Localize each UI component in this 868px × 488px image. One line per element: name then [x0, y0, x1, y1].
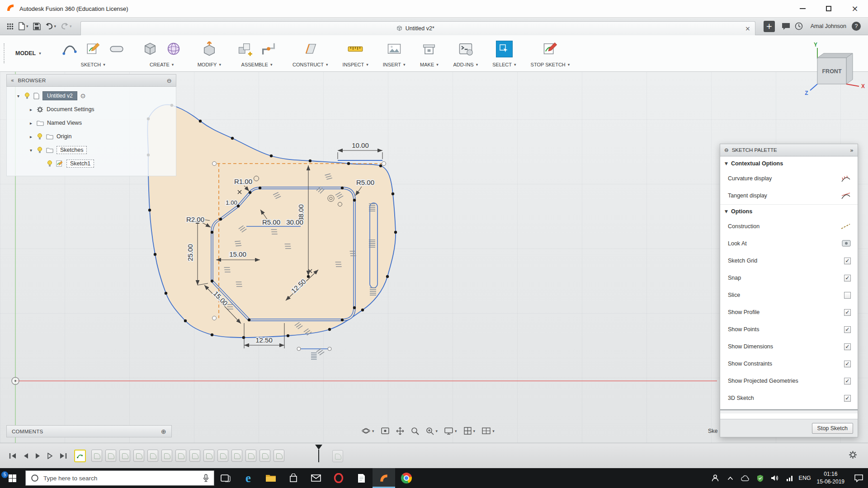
timeline-feature-icon[interactable]	[274, 450, 284, 462]
sketch-spline-tool[interactable]	[60, 39, 79, 58]
palette-row-show-constraints[interactable]: Show Constraints ✓	[720, 355, 858, 372]
taskbar-chrome[interactable]	[395, 468, 418, 488]
palette-row-3d-sketch[interactable]: 3D Sketch ✓	[720, 389, 858, 407]
comments-button[interactable]	[779, 19, 793, 33]
browser-header[interactable]: « BROWSER ⊖	[6, 74, 176, 87]
palette-row-look-at[interactable]: Look At	[720, 235, 858, 252]
make-3dprint-tool[interactable]	[420, 39, 439, 58]
activate-radio-icon[interactable]: ⊙	[80, 92, 86, 99]
ribbon-group-label[interactable]: ADD-INS▾	[453, 62, 478, 67]
fit-button[interactable]: ▾	[426, 427, 438, 435]
timeline-feature-icon[interactable]	[203, 450, 214, 462]
show-points-checkbox[interactable]: ✓	[844, 326, 851, 333]
dimension-label[interactable]: R2.00	[186, 216, 204, 223]
3d-sketch-checkbox[interactable]: ✓	[844, 395, 851, 402]
skip-to-start-button[interactable]	[9, 453, 17, 459]
display-settings-button[interactable]: ▾	[444, 427, 457, 435]
add-comment-icon[interactable]: ⊕	[161, 428, 166, 435]
people-button[interactable]	[708, 468, 723, 488]
tree-expand-icon[interactable]: ▸	[28, 107, 33, 112]
show-profile-checkbox[interactable]: ✓	[844, 309, 851, 316]
tray-cloud-button[interactable]	[738, 468, 753, 488]
construction-endpoint[interactable]	[212, 162, 217, 166]
taskbar-search-box[interactable]: Type here to search	[25, 470, 214, 486]
collapse-panel-icon[interactable]: «	[11, 77, 14, 84]
press-pull-tool[interactable]	[200, 39, 219, 58]
visibility-bulb-icon[interactable]	[37, 133, 43, 140]
browser-row-doc-settings[interactable]: ▸ Document Settings	[7, 103, 176, 116]
browser-row-sketch1[interactable]: Sketch1	[7, 157, 176, 170]
minimize-panel-icon[interactable]: ⊖	[167, 77, 172, 84]
look-at-icon[interactable]	[842, 240, 851, 247]
addins-scripts-tool[interactable]	[456, 39, 475, 58]
maximize-button[interactable]	[816, 0, 842, 17]
close-button[interactable]: ×	[842, 0, 868, 17]
create-box-tool[interactable]	[141, 39, 160, 58]
redo-button[interactable]: ▾	[58, 19, 74, 33]
palette-expand-icon[interactable]: »	[850, 147, 854, 154]
taskbar-notepad[interactable]	[350, 468, 373, 488]
select-tool[interactable]	[496, 41, 513, 57]
ribbon-group-label[interactable]: CONSTRUCT▾	[292, 62, 328, 67]
sketch-endpoint[interactable]	[328, 347, 331, 351]
ribbon-group-label[interactable]: INSPECT▾	[343, 62, 368, 67]
timeline-feature-icon[interactable]	[91, 450, 102, 462]
save-button[interactable]	[31, 19, 43, 33]
create-sketch-tool[interactable]	[84, 39, 103, 58]
visibility-bulb-icon[interactable]	[47, 160, 53, 167]
ribbon-group-label[interactable]: CREATE▾	[150, 62, 174, 67]
timeline-feature-icon-rolled-back[interactable]	[332, 450, 343, 462]
view-cube[interactable]: FRONT Y X Z	[801, 42, 868, 99]
dimension-label[interactable]: R5.00	[262, 218, 280, 226]
palette-row-slice[interactable]: Slice ✓	[720, 286, 858, 304]
grid-snap-button[interactable]: ▾	[464, 427, 476, 435]
slot-tool[interactable]	[107, 39, 126, 58]
palette-row-show-projected[interactable]: Show Projected Geometries ✓	[720, 372, 858, 389]
language-indicator[interactable]: ENG	[797, 468, 812, 488]
timeline-active-sketch-feature[interactable]	[74, 450, 86, 462]
timeline-feature-icon[interactable]	[231, 450, 242, 462]
dimension-label[interactable]: R1.00	[234, 178, 252, 185]
viewcube-face-label[interactable]: FRONT	[822, 68, 841, 75]
palette-row-sketch-grid[interactable]: Sketch Grid ✓	[720, 252, 858, 269]
browser-row-origin[interactable]: ▸ Origin	[7, 130, 176, 143]
taskbar-store[interactable]	[282, 468, 305, 488]
microphone-icon[interactable]	[203, 474, 209, 482]
step-back-button[interactable]	[23, 453, 29, 459]
timeline-feature-icon[interactable]	[119, 450, 130, 462]
user-name[interactable]: Amal Johnson	[811, 23, 846, 29]
timeline-feature-icon[interactable]	[133, 450, 144, 462]
undo-button[interactable]: ▾	[43, 19, 59, 33]
document-tab[interactable]: Untitled v2* ×	[80, 21, 755, 35]
ribbon-group-label[interactable]: MODIFY▾	[198, 62, 221, 67]
taskbar-opera[interactable]	[327, 468, 350, 488]
palette-row-show-dimensions[interactable]: Show Dimensions ✓	[720, 338, 858, 355]
palette-row-show-profile[interactable]: Show Profile ✓	[720, 304, 858, 321]
comments-bar[interactable]: COMMENTS ⊕	[6, 425, 172, 437]
timeline-feature-icon[interactable]	[175, 450, 186, 462]
dimension-label[interactable]: 15.00	[229, 250, 246, 258]
dimension-label[interactable]: 10.00	[352, 141, 369, 149]
palette-row-show-points[interactable]: Show Points ✓	[720, 321, 858, 338]
create-form-tool[interactable]	[164, 39, 183, 58]
timeline-feature-icon[interactable]	[105, 450, 116, 462]
dimension-label[interactable]: 12.50	[255, 336, 273, 344]
tree-expand-icon[interactable]: ▾	[28, 148, 33, 153]
construction-plane-tool[interactable]	[301, 39, 320, 58]
tree-expand-icon[interactable]: ▸	[28, 121, 33, 126]
taskbar-mail[interactable]	[305, 468, 327, 488]
timeline-feature-icon[interactable]	[189, 450, 200, 462]
tray-antivirus-button[interactable]	[753, 468, 768, 488]
show-constraints-checkbox[interactable]: ✓	[844, 361, 851, 367]
palette-row-curvature-display[interactable]: Curvature display	[720, 170, 858, 187]
zoom-button[interactable]	[411, 427, 419, 435]
show-dimensions-checkbox[interactable]: ✓	[844, 343, 851, 350]
taskbar-edge[interactable]: e	[237, 468, 259, 488]
show-hidden-icons-button[interactable]	[723, 468, 738, 488]
browser-row-root[interactable]: ▾ Untitled v2 ⊙	[7, 89, 176, 103]
ribbon-group-label[interactable]: SELECT▾	[492, 62, 516, 67]
action-center-button[interactable]: 5	[849, 468, 868, 488]
taskbar-fusion360[interactable]	[373, 468, 395, 488]
ribbon-grip[interactable]	[4, 43, 7, 63]
stop-sketch-button[interactable]: Stop Sketch	[812, 423, 853, 434]
